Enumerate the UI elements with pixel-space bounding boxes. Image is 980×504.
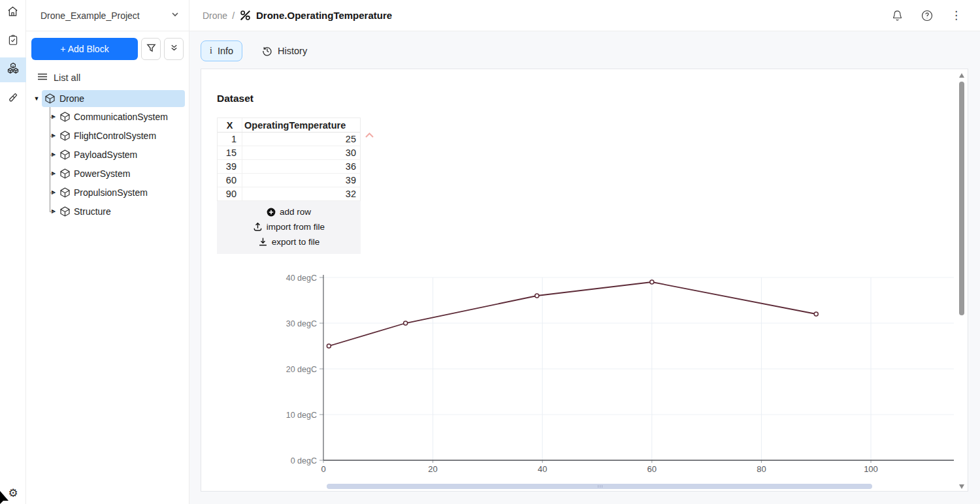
scrollbar-grip bbox=[598, 485, 602, 488]
tools-nav-button[interactable] bbox=[0, 86, 26, 111]
column-header-x: X bbox=[218, 118, 242, 132]
requirements-nav-button[interactable] bbox=[0, 29, 26, 54]
svg-text:20: 20 bbox=[428, 464, 437, 474]
home-icon bbox=[7, 5, 19, 20]
svg-text:80: 80 bbox=[757, 464, 766, 474]
tab-info-label: Info bbox=[218, 46, 233, 56]
top-header: Drone / Drone.OperatingTemperature ⋮ bbox=[189, 0, 980, 31]
caret-right-icon[interactable]: ▶ bbox=[48, 114, 59, 119]
list-all-button[interactable]: List all bbox=[26, 65, 189, 89]
tree-item-payloadsystem[interactable]: ▶PayloadSystem bbox=[31, 145, 185, 164]
scroll-down-arrow[interactable] bbox=[959, 484, 964, 489]
caret-right-icon[interactable]: ▶ bbox=[48, 151, 59, 157]
svg-text:100: 100 bbox=[864, 464, 878, 474]
svg-text:40: 40 bbox=[538, 464, 547, 474]
svg-text:30 degC: 30 degC bbox=[286, 319, 317, 328]
hamburger-icon bbox=[37, 72, 48, 83]
tree-item-propulsionsystem[interactable]: ▶PropulsionSystem bbox=[31, 183, 185, 202]
tab-bar: i Info History bbox=[201, 40, 980, 61]
data-point bbox=[535, 294, 539, 298]
header-actions: ⋮ bbox=[891, 9, 962, 22]
clipboard-check-icon bbox=[7, 34, 19, 49]
project-selector[interactable]: Drone_Example_Project bbox=[26, 0, 189, 31]
data-point bbox=[814, 312, 818, 316]
cell-x[interactable]: 39 bbox=[218, 160, 242, 173]
kebab-menu-icon[interactable]: ⋮ bbox=[951, 10, 962, 21]
breadcrumb: Drone / Drone.OperatingTemperature bbox=[203, 9, 891, 22]
svg-text:10 degC: 10 degC bbox=[286, 411, 317, 420]
help-icon[interactable] bbox=[921, 9, 934, 22]
cell-value[interactable]: 30 bbox=[242, 146, 360, 159]
cell-value[interactable]: 32 bbox=[242, 187, 360, 200]
collapse-all-button[interactable] bbox=[164, 38, 184, 60]
export-to-file-label: export to file bbox=[272, 237, 320, 247]
value-property-icon bbox=[239, 9, 252, 22]
tree-item-communicationsystem[interactable]: ▶CommunicationSystem bbox=[31, 107, 185, 126]
tab-history[interactable]: History bbox=[253, 40, 316, 61]
svg-text:40 degC: 40 degC bbox=[286, 274, 317, 283]
horizontal-scrollbar-thumb[interactable] bbox=[327, 484, 872, 489]
notifications-bell-icon[interactable] bbox=[891, 9, 904, 22]
vertical-scrollbar bbox=[958, 71, 966, 489]
list-all-label: List all bbox=[54, 72, 80, 83]
tab-history-label: History bbox=[278, 46, 307, 56]
tree-item-structure[interactable]: ▶Structure bbox=[31, 202, 185, 221]
collapse-dataset-chevron-icon[interactable] bbox=[365, 130, 374, 142]
sidebar: Drone_Example_Project + Add Block List a… bbox=[26, 0, 189, 504]
blocks-nav-button[interactable] bbox=[0, 57, 26, 82]
tree-item-label: Structure bbox=[74, 206, 111, 217]
cell-x[interactable]: 90 bbox=[218, 187, 242, 200]
settings-gear-icon[interactable]: ⚙ bbox=[8, 488, 18, 499]
dataset-title: Dataset bbox=[217, 93, 968, 104]
cell-value[interactable]: 39 bbox=[242, 174, 360, 187]
vertical-scrollbar-thumb[interactable] bbox=[959, 82, 964, 315]
table-row: 3936 bbox=[218, 160, 360, 174]
tree-item-flightcontrolsystem[interactable]: ▶FlightControlSystem bbox=[31, 126, 185, 145]
add-row-button[interactable]: add row bbox=[217, 204, 361, 219]
cell-value[interactable]: 36 bbox=[242, 160, 360, 173]
tab-info[interactable]: i Info bbox=[201, 40, 242, 61]
filter-button[interactable] bbox=[141, 38, 161, 60]
tree-item-powersystem[interactable]: ▶PowerSystem bbox=[31, 164, 185, 183]
dataset-actions: add row import from file export to file bbox=[217, 201, 361, 254]
tree-item-label: PropulsionSystem bbox=[74, 187, 148, 198]
svg-text:0: 0 bbox=[321, 464, 325, 474]
scroll-up-arrow[interactable] bbox=[959, 73, 964, 78]
cell-x[interactable]: 60 bbox=[218, 174, 242, 187]
main-area: Drone / Drone.OperatingTemperature ⋮ i I… bbox=[189, 0, 980, 504]
export-to-file-button[interactable]: export to file bbox=[217, 234, 361, 249]
home-nav-button[interactable] bbox=[0, 0, 26, 25]
data-point bbox=[404, 321, 408, 325]
add-block-button[interactable]: + Add Block bbox=[31, 38, 138, 60]
breadcrumb-current: Drone.OperatingTemperature bbox=[256, 10, 392, 21]
dataset-table: X OperatingTemperature 12515303936603990… bbox=[217, 118, 361, 201]
block-cube-icon bbox=[60, 131, 70, 141]
cell-x[interactable]: 15 bbox=[218, 146, 242, 159]
app-window: ⚙ Drone_Example_Project + Add Block List… bbox=[0, 0, 980, 504]
table-row: 125 bbox=[218, 133, 360, 146]
caret-down-icon[interactable]: ▼ bbox=[31, 95, 42, 102]
plus-icon: + bbox=[60, 44, 65, 54]
block-cube-icon bbox=[60, 112, 70, 122]
dataset-table-header: X OperatingTemperature bbox=[218, 118, 360, 133]
chevron-down-icon bbox=[171, 10, 180, 22]
tree-item-label: FlightControlSystem bbox=[74, 131, 156, 141]
cell-value[interactable]: 25 bbox=[242, 133, 360, 146]
import-from-file-button[interactable]: import from file bbox=[217, 219, 361, 234]
cell-x[interactable]: 1 bbox=[218, 133, 242, 146]
caret-right-icon[interactable]: ▶ bbox=[48, 133, 59, 138]
block-cube-icon bbox=[45, 93, 55, 104]
caret-right-icon[interactable]: ▶ bbox=[48, 208, 59, 214]
caret-right-icon[interactable]: ▶ bbox=[48, 170, 59, 176]
svg-text:60: 60 bbox=[647, 464, 657, 474]
import-from-file-label: import from file bbox=[267, 222, 325, 232]
tree-item-label: CommunicationSystem bbox=[74, 112, 168, 122]
download-icon bbox=[258, 237, 268, 247]
caret-right-icon[interactable]: ▶ bbox=[48, 189, 59, 195]
project-name: Drone_Example_Project bbox=[41, 10, 171, 21]
block-cube-icon bbox=[60, 206, 70, 217]
chart-area: 0 degC10 degC20 degC30 degC40 degC020406… bbox=[201, 268, 959, 477]
breadcrumb-parent[interactable]: Drone bbox=[203, 10, 227, 21]
tree-item-drone[interactable]: ▼ Drone bbox=[31, 90, 185, 107]
double-chevron-down-icon bbox=[170, 43, 178, 55]
